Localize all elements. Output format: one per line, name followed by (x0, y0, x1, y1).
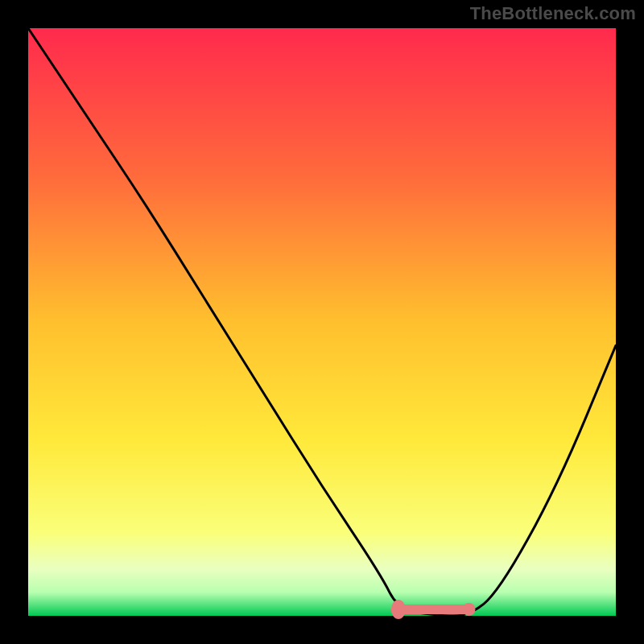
svg-point-1 (391, 600, 406, 619)
chart-svg (0, 0, 644, 644)
chart-stage: TheBottleneck.com (0, 0, 644, 644)
svg-point-2 (463, 603, 476, 616)
plot-background (28, 28, 616, 616)
attribution-label: TheBottleneck.com (470, 3, 636, 24)
